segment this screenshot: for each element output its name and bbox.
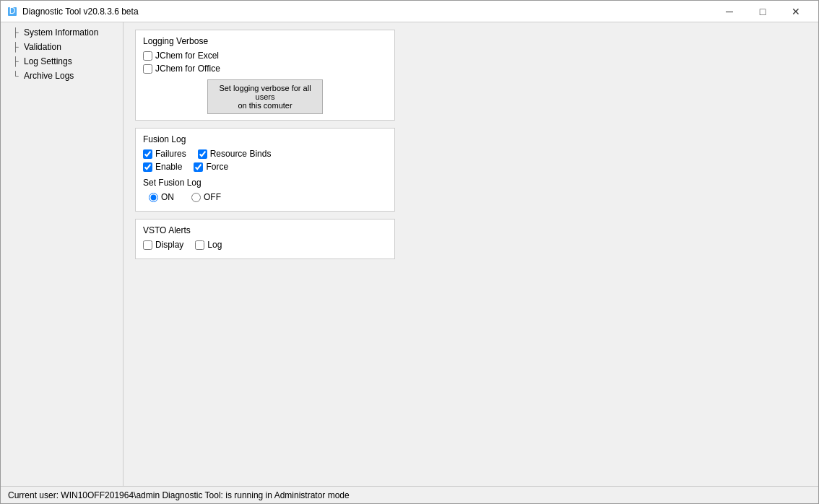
log-checkbox[interactable]	[195, 240, 204, 250]
fusion-log-section: Fusion Log Failures Resource Binds Enabl…	[135, 128, 395, 212]
display-label: Display	[155, 240, 183, 250]
force-checkbox-item[interactable]: Force	[194, 162, 228, 172]
display-checkbox[interactable]	[143, 240, 152, 250]
fusion-log-title: Fusion Log	[143, 134, 387, 144]
enable-checkbox-item[interactable]: Enable	[143, 162, 182, 172]
title-bar: D Diagnostic Tool v20.8.3.6 beta ─ □ ✕	[1, 1, 818, 22]
sidebar-item-validation[interactable]: ├ Validation	[1, 40, 123, 54]
logging-verbose-title: Logging Verbose	[143, 36, 387, 46]
status-text: Current user: WIN10OFF201964\admin Diagn…	[8, 490, 350, 500]
sidebar-label-validation: Validation	[24, 42, 61, 52]
resource-binds-label: Resource Binds	[210, 149, 272, 159]
jchem-excel-checkbox[interactable]	[143, 51, 152, 61]
enable-checkbox[interactable]	[143, 162, 152, 172]
jchem-excel-checkbox-item[interactable]: JChem for Excel	[143, 51, 219, 61]
tree-indent-icon: └	[12, 71, 21, 81]
tree-indent-icon: ├	[12, 56, 21, 66]
radio-off-item[interactable]: OFF	[191, 192, 221, 202]
tree-indent-icon: ├	[12, 42, 21, 52]
force-checkbox[interactable]	[194, 162, 203, 172]
close-button[interactable]: ✕	[779, 1, 812, 22]
logging-verbose-section: Logging Verbose JChem for Excel JChem fo…	[135, 30, 395, 121]
resource-binds-checkbox[interactable]	[198, 149, 207, 159]
set-fusion-log-row: Set Fusion Log ON OFF	[143, 178, 387, 202]
jchem-office-checkbox-item[interactable]: JChem for Office	[143, 64, 220, 74]
fusion-log-row2: Enable Force	[143, 162, 387, 172]
force-label: Force	[206, 162, 228, 172]
log-label: Log	[207, 240, 222, 250]
resource-binds-checkbox-item[interactable]: Resource Binds	[198, 149, 272, 159]
maximize-button[interactable]: □	[746, 1, 779, 22]
main-window: D Diagnostic Tool v20.8.3.6 beta ─ □ ✕ ├…	[0, 0, 819, 504]
vsto-alerts-row: Display Log	[143, 240, 387, 250]
status-bar: Current user: WIN10OFF201964\admin Diagn…	[1, 486, 818, 503]
set-logging-verbose-button[interactable]: Set logging verbose for all userson this…	[207, 79, 323, 114]
enable-label: Enable	[155, 162, 182, 172]
radio-off-label: OFF	[204, 192, 221, 202]
radio-on-label: ON	[161, 192, 174, 202]
minimize-button[interactable]: ─	[713, 1, 746, 22]
tree-indent-icon: ├	[12, 27, 21, 38]
radio-on-item[interactable]: ON	[149, 192, 174, 202]
svg-text:D: D	[9, 6, 16, 16]
failures-checkbox[interactable]	[143, 149, 152, 159]
log-checkbox-item[interactable]: Log	[195, 240, 222, 250]
vsto-alerts-title: VSTO Alerts	[143, 225, 387, 235]
sidebar: ├ System Information ├ Validation ├ Log …	[1, 22, 124, 486]
content-area: Logging Verbose JChem for Excel JChem fo…	[124, 22, 818, 486]
sidebar-label-system-information: System Information	[24, 27, 98, 38]
failures-checkbox-item[interactable]: Failures	[143, 149, 186, 159]
vsto-alerts-section: VSTO Alerts Display Log	[135, 219, 395, 259]
sidebar-label-archive-logs: Archive Logs	[24, 71, 74, 81]
jchem-excel-label: JChem for Excel	[155, 51, 219, 61]
window-controls: ─ □ ✕	[713, 1, 812, 22]
set-fusion-log-label: Set Fusion Log	[143, 178, 387, 188]
fusion-log-row1: Failures Resource Binds	[143, 149, 387, 159]
failures-label: Failures	[155, 149, 186, 159]
app-icon: D	[6, 6, 18, 17]
radio-on[interactable]	[149, 193, 158, 202]
main-area: ├ System Information ├ Validation ├ Log …	[1, 22, 818, 486]
jchem-office-checkbox[interactable]	[143, 64, 152, 74]
sidebar-item-archive-logs[interactable]: └ Archive Logs	[1, 69, 123, 83]
jchem-office-label: JChem for Office	[155, 64, 220, 74]
sidebar-item-system-information[interactable]: ├ System Information	[1, 25, 123, 40]
jchem-excel-row: JChem for Excel	[143, 51, 387, 61]
sidebar-item-log-settings[interactable]: ├ Log Settings	[1, 54, 123, 69]
sidebar-label-log-settings: Log Settings	[24, 56, 72, 66]
radio-off[interactable]	[191, 193, 201, 202]
jchem-office-row: JChem for Office	[143, 64, 387, 74]
window-title: Diagnostic Tool v20.8.3.6 beta	[22, 6, 713, 17]
fusion-log-radio-row: ON OFF	[149, 192, 387, 202]
display-checkbox-item[interactable]: Display	[143, 240, 183, 250]
